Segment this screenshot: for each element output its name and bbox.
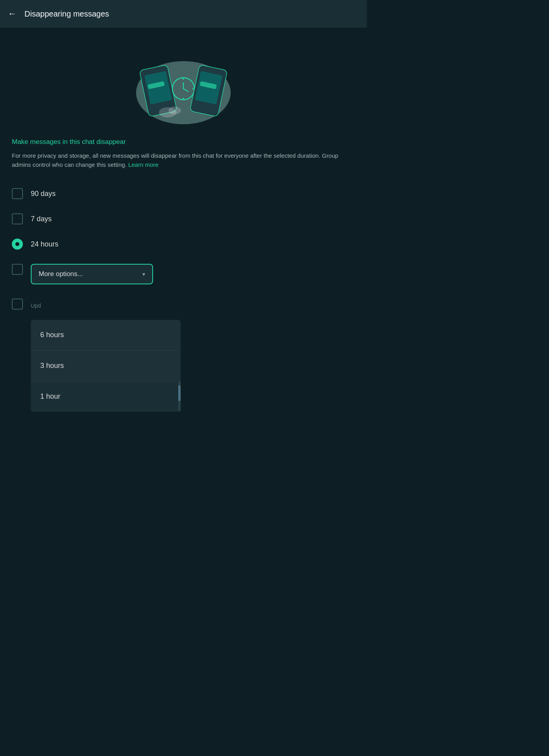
checkbox-extra[interactable] (12, 299, 23, 310)
hero-area (0, 28, 367, 138)
dropdown-option-6hours[interactable]: 6 hours (31, 320, 181, 351)
option-7days[interactable]: 7 days (12, 206, 355, 231)
svg-point-9 (183, 98, 184, 99)
learn-more-link[interactable]: Learn more (128, 161, 159, 168)
svg-point-8 (192, 88, 194, 90)
option-extra[interactable]: Upd (12, 291, 355, 317)
dropdown-option-1hour-label: 1 hour (40, 392, 60, 400)
dropdown-option-3hours[interactable]: 3 hours (31, 351, 181, 381)
option-7days-label: 7 days (31, 215, 52, 223)
page-title: Disappearing messages (24, 9, 109, 19)
checkbox-24hours[interactable] (12, 239, 23, 250)
checkbox-more-options[interactable] (12, 264, 23, 275)
header: ← Disappearing messages (0, 0, 367, 28)
option-24hours-label: 24 hours (31, 240, 58, 248)
dropdown-option-6hours-label: 6 hours (40, 331, 64, 339)
dropdown-option-3hours-label: 3 hours (40, 362, 64, 370)
option-90days-label: 90 days (31, 190, 56, 198)
svg-point-7 (183, 78, 184, 80)
back-button[interactable]: ← (8, 9, 17, 19)
checkbox-7days[interactable] (12, 213, 23, 224)
chevron-down-icon: ▾ (142, 271, 145, 277)
dropdown-expanded: 6 hours 3 hours 1 hour (31, 320, 181, 412)
checkbox-90days[interactable] (12, 188, 23, 199)
dropdown-option-1hour[interactable]: 1 hour (31, 381, 181, 412)
more-options-dropdown[interactable]: More options... ▾ (31, 264, 153, 284)
svg-point-14 (168, 106, 181, 114)
hero-illustration (132, 47, 235, 126)
content-area: Make messages in this chat disappear For… (0, 138, 367, 412)
more-options-text: More options... (39, 270, 83, 278)
scrollbar-track (178, 381, 181, 412)
option-90days[interactable]: 90 days (12, 181, 355, 206)
options-list: 90 days 7 days 24 hours More options... … (12, 181, 355, 412)
scrollbar-thumb (178, 385, 181, 401)
option-24hours[interactable]: 24 hours (12, 231, 355, 257)
section-title: Make messages in this chat disappear (12, 138, 355, 146)
upd-label: Upd (31, 302, 41, 309)
more-options-row: More options... ▾ (12, 257, 355, 291)
description-text: For more privacy and storage, all new me… (12, 151, 355, 169)
